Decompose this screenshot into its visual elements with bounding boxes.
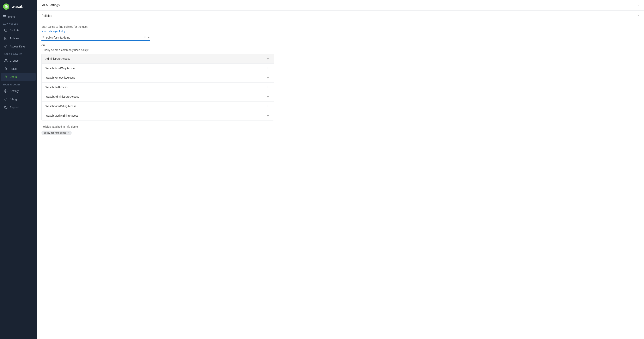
sidebar-item-support[interactable]: Support: [1, 103, 36, 111]
sidebar-item-access-keys-label: Access Keys: [10, 45, 25, 48]
policies-collapse-icon[interactable]: ⌃: [637, 14, 639, 18]
quick-select-label: Quickly select a commonly used policy:: [42, 49, 639, 52]
or-divider: OR: [42, 44, 639, 47]
sidebar-item-roles-label: Roles: [10, 67, 17, 70]
svg-point-6: [5, 60, 6, 61]
policy-name: WasabiFullAccess: [46, 86, 68, 89]
svg-point-10: [6, 91, 6, 92]
mfa-settings-header[interactable]: MFA Settings ⌄: [37, 0, 644, 11]
search-dropdown-button[interactable]: ▾: [148, 36, 150, 39]
attached-chip-0: policy-for-mfa-demo ✕: [42, 131, 72, 135]
add-policy-button-1[interactable]: +: [266, 66, 270, 70]
attached-policies-label: Policies attached to mfa-demo: [42, 125, 639, 128]
policy-row-administrator-access[interactable]: AdministratorAccess +: [42, 54, 274, 64]
policy-search-row: ✕ ▾: [42, 35, 150, 41]
policy-name: WasabiWriteOnlyAccess: [46, 76, 75, 79]
policies-header[interactable]: Policies ⌃: [37, 11, 644, 21]
add-policy-button-0[interactable]: +: [266, 57, 270, 61]
svg-point-5: [5, 46, 6, 48]
sidebar-item-buckets-label: Buckets: [10, 29, 19, 32]
hamburger-icon: [3, 15, 6, 18]
chip-remove-button-0[interactable]: ✕: [68, 132, 70, 134]
sidebar-item-users-label: Users: [10, 75, 17, 79]
wasabi-logo-icon: [3, 3, 10, 10]
search-icon: [42, 36, 44, 40]
add-policy-button-5[interactable]: +: [266, 104, 270, 108]
policies-title: Policies: [42, 14, 52, 18]
sidebar-item-groups-label: Groups: [10, 59, 18, 62]
policy-row-wasabi-admin[interactable]: WasabiAdministratorAccess +: [42, 92, 274, 102]
settings-icon: [4, 89, 8, 93]
sidebar-item-settings-label: Settings: [10, 90, 20, 93]
policy-row-wasabi-view-billing[interactable]: WasabiViewBillingAccess +: [42, 102, 274, 111]
policy-row-wasabi-read-only[interactable]: WasabiReadOnlyAccess +: [42, 64, 274, 73]
sidebar-item-buckets[interactable]: Buckets: [1, 26, 36, 34]
menu-toggle[interactable]: Menu: [0, 13, 37, 20]
bucket-icon: [4, 28, 8, 32]
key-icon: [4, 45, 8, 49]
sidebar-item-billing-label: Billing: [10, 98, 17, 101]
main-content: MFA Settings ⌄ Policies ⌃ Start typing t…: [37, 0, 644, 339]
policy-row-wasabi-modify-billing[interactable]: WasabiModifyBillingAccess +: [42, 111, 274, 120]
add-policy-button-4[interactable]: +: [266, 95, 270, 99]
policies-hint: Start typing to find policies for the us…: [42, 25, 639, 28]
sidebar-item-users[interactable]: Users: [1, 73, 36, 81]
policy-list: AdministratorAccess + WasabiReadOnlyAcce…: [42, 54, 274, 121]
policy-name: AdministratorAccess: [46, 57, 70, 60]
svg-point-15: [42, 36, 44, 38]
menu-label: Menu: [8, 15, 15, 18]
attach-managed-policy-link[interactable]: Attach Managed Policy: [42, 30, 65, 33]
add-policy-button-3[interactable]: +: [266, 85, 270, 89]
section-label-users-groups: Users & Groups: [0, 51, 37, 57]
policy-name: WasabiReadOnlyAccess: [46, 67, 75, 70]
svg-line-16: [44, 38, 44, 39]
search-clear-button[interactable]: ✕: [143, 36, 146, 39]
attached-chips: policy-for-mfa-demo ✕: [42, 131, 639, 135]
policy-name: WasabiModifyBillingAccess: [46, 114, 78, 117]
sidebar-item-billing[interactable]: Billing: [1, 95, 36, 103]
support-icon: [4, 105, 8, 109]
sidebar-item-groups[interactable]: Groups: [1, 57, 36, 65]
section-label-data-access: Data Access: [0, 20, 37, 26]
mfa-settings-collapse-icon[interactable]: ⌄: [637, 4, 639, 7]
role-icon: [4, 67, 8, 71]
sidebar-item-policies[interactable]: Policies: [1, 35, 36, 42]
billing-icon: [4, 97, 8, 101]
policies-content: Start typing to find policies for the us…: [37, 21, 644, 139]
sidebar-item-support-label: Support: [10, 106, 19, 109]
sidebar: wasabi Menu Data Access Buckets Policies: [0, 0, 37, 339]
policy-row-wasabi-full[interactable]: WasabiFullAccess +: [42, 83, 274, 92]
policy-name: WasabiViewBillingAccess: [46, 105, 76, 108]
svg-point-9: [5, 76, 6, 77]
chip-label: policy-for-mfa-demo: [44, 131, 66, 134]
policy-name: WasabiAdministratorAccess: [46, 95, 79, 98]
sidebar-item-settings[interactable]: Settings: [1, 87, 36, 95]
svg-point-14: [6, 108, 6, 108]
policy-icon: [4, 37, 8, 40]
svg-point-8: [5, 68, 7, 69]
sidebar-item-access-keys[interactable]: Access Keys: [1, 43, 36, 50]
svg-point-7: [6, 60, 7, 61]
sidebar-item-roles[interactable]: Roles: [1, 65, 36, 73]
mfa-settings-title: MFA Settings: [42, 4, 60, 7]
add-policy-button-2[interactable]: +: [266, 76, 270, 80]
add-policy-button-6[interactable]: +: [266, 114, 270, 118]
logo-text: wasabi: [12, 5, 24, 9]
sidebar-item-policies-label: Policies: [10, 37, 19, 40]
policy-row-wasabi-write-only[interactable]: WasabiWriteOnlyAccess +: [42, 73, 274, 83]
group-icon: [4, 59, 8, 63]
user-icon: [4, 75, 8, 79]
logo: wasabi: [0, 0, 37, 13]
policies-section: Policies ⌃ Start typing to find policies…: [37, 11, 644, 139]
section-label-your-account: Your Account: [0, 81, 37, 87]
policy-search-input[interactable]: [46, 36, 142, 39]
